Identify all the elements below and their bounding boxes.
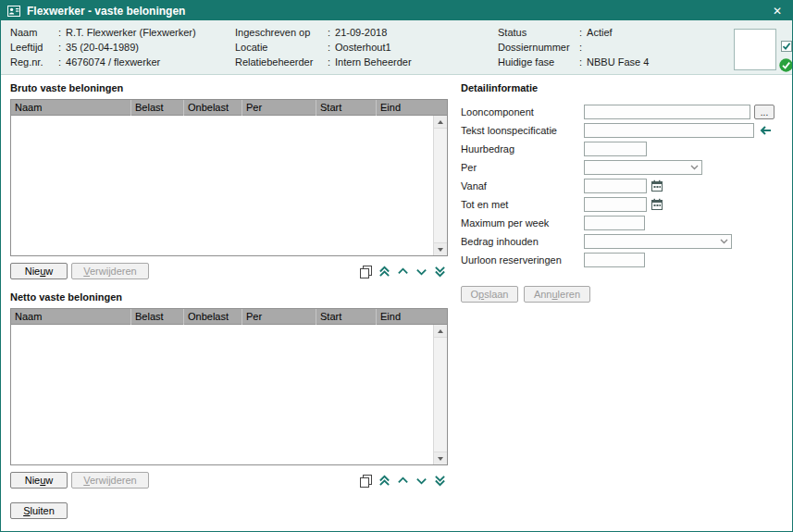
naam-label: Naam bbox=[10, 25, 56, 40]
separator: : bbox=[328, 40, 330, 55]
bruto-nieuw-button[interactable]: Nieuw bbox=[10, 263, 68, 279]
looncomponent-label: Looncomponent bbox=[461, 105, 534, 119]
label-pre: Ann bbox=[534, 289, 552, 300]
huurbedrag-input[interactable] bbox=[584, 142, 647, 156]
column-header-start: Start bbox=[316, 100, 377, 116]
per-select[interactable] bbox=[584, 160, 702, 175]
label-key: S bbox=[23, 505, 30, 516]
leeftijd-label: Leeftijd bbox=[10, 40, 56, 55]
scroll-down-icon bbox=[438, 457, 443, 461]
bruto-table-body[interactable] bbox=[11, 116, 433, 255]
tekst-loonspecificatie-input[interactable] bbox=[584, 123, 754, 138]
check-icon bbox=[782, 42, 791, 51]
label-post: erwijderen bbox=[90, 475, 137, 486]
header-col-person: Naam : R.T. Flexwerker (Flexwerker) Leef… bbox=[10, 25, 196, 69]
label-post: slaan bbox=[484, 289, 508, 300]
tot-en-met-label: Tot en met bbox=[461, 197, 508, 212]
move-top-icon[interactable] bbox=[377, 264, 392, 279]
label-pre: Nie bbox=[25, 266, 41, 277]
bruto-table: Naam Belast Onbelast Per Start Eind bbox=[10, 99, 448, 256]
column-header-belast: Belast bbox=[131, 100, 184, 116]
label-key: V bbox=[83, 475, 90, 486]
opslaan-button[interactable]: Opslaan bbox=[461, 286, 518, 303]
netto-nieuw-button[interactable]: Nieuw bbox=[10, 472, 68, 489]
move-down-icon[interactable] bbox=[414, 264, 429, 279]
move-up-icon[interactable] bbox=[395, 473, 411, 489]
relatiebeheerder-value: Intern Beheerder bbox=[335, 55, 412, 69]
relatiebeheerder-label: Relatiebeheerder bbox=[235, 55, 326, 69]
vanaf-input[interactable] bbox=[584, 179, 647, 193]
move-top-icon[interactable] bbox=[377, 473, 392, 489]
column-header-eind: Eind bbox=[377, 309, 447, 325]
calendar-icon[interactable] bbox=[651, 179, 663, 192]
info-row: Ingeschreven op : 21-09-2018 bbox=[235, 25, 412, 40]
scroll-up-icon bbox=[438, 329, 443, 333]
huurbedrag-label: Huurbedrag bbox=[461, 142, 514, 156]
label-key: V bbox=[83, 266, 90, 277]
separator: : bbox=[328, 25, 330, 40]
netto-vertical-scrollbar[interactable] bbox=[433, 325, 447, 464]
annuleren-button[interactable]: Annuleren bbox=[524, 286, 590, 303]
netto-table: Naam Belast Onbelast Per Start Eind bbox=[10, 308, 448, 465]
column-header-per: Per bbox=[242, 309, 316, 325]
status-ok-icon bbox=[779, 58, 793, 72]
info-row: Naam : R.T. Flexwerker (Flexwerker) bbox=[10, 25, 196, 40]
sluiten-button[interactable]: Sluiten bbox=[10, 502, 68, 519]
huidige-fase-value: NBBU Fase 4 bbox=[587, 55, 649, 69]
insert-left-arrow-icon[interactable] bbox=[758, 125, 772, 136]
title-bar: Flexwerker - vaste beloningen ✕ bbox=[1, 1, 792, 20]
locatie-value: Oosterhout1 bbox=[335, 40, 391, 55]
locatie-label: Locatie bbox=[235, 40, 326, 55]
netto-verwijderen-button[interactable]: Verwijderen bbox=[71, 472, 149, 489]
close-icon[interactable]: ✕ bbox=[769, 4, 786, 19]
bedrag-inhouden-label: Bedrag inhouden bbox=[461, 234, 539, 249]
flexwerker-info-header: Naam : R.T. Flexwerker (Flexwerker) Leef… bbox=[1, 20, 792, 75]
column-header-onbelast: Onbelast bbox=[184, 100, 242, 116]
info-row: Leeftijd : 35 (20-04-1989) bbox=[10, 40, 196, 55]
separator: : bbox=[58, 25, 61, 40]
tot-en-met-input[interactable] bbox=[584, 197, 647, 212]
separator: : bbox=[579, 40, 582, 55]
status-label: Status bbox=[498, 25, 577, 40]
uurloon-reserveringen-label: Uurloon reserveringen bbox=[461, 253, 562, 267]
scroll-up-button[interactable] bbox=[434, 325, 447, 338]
column-header-per: Per bbox=[242, 100, 316, 116]
label-post: w bbox=[45, 475, 53, 486]
ingeschreven-value: 21-09-2018 bbox=[335, 25, 387, 40]
column-header-eind: Eind bbox=[377, 100, 447, 116]
scroll-down-button[interactable] bbox=[434, 452, 447, 464]
info-row: Huidige fase : NBBU Fase 4 bbox=[498, 55, 649, 69]
vanaf-label: Vanaf bbox=[461, 179, 487, 193]
move-bottom-icon[interactable] bbox=[432, 264, 448, 279]
looncomponent-browse-button[interactable]: ... bbox=[754, 105, 774, 119]
netto-table-header-row: Naam Belast Onbelast Per Start Eind bbox=[11, 309, 447, 325]
separator: : bbox=[58, 40, 61, 55]
info-row: Reg.nr. : 4676074 / flexwerker bbox=[10, 55, 196, 69]
looncomponent-input[interactable] bbox=[584, 105, 750, 119]
detail-section-title: Detailinformatie bbox=[461, 82, 538, 93]
window-title: Flexwerker - vaste beloningen bbox=[27, 5, 769, 18]
info-row: Dossiernummer : bbox=[498, 40, 649, 55]
copy-icon[interactable] bbox=[358, 473, 374, 489]
bruto-vertical-scrollbar[interactable] bbox=[433, 116, 447, 255]
move-down-icon[interactable] bbox=[414, 473, 429, 489]
scroll-down-button[interactable] bbox=[434, 242, 447, 255]
bruto-verwijderen-button[interactable]: Verwijderen bbox=[71, 263, 149, 279]
column-header-start: Start bbox=[316, 309, 377, 325]
label-pre: Nie bbox=[25, 475, 41, 486]
copy-icon[interactable] bbox=[358, 264, 374, 279]
move-bottom-icon[interactable] bbox=[432, 473, 448, 489]
maximum-per-week-input[interactable] bbox=[584, 216, 645, 230]
netto-table-body[interactable] bbox=[11, 325, 433, 464]
scroll-up-button[interactable] bbox=[434, 116, 447, 129]
move-up-icon[interactable] bbox=[395, 264, 411, 279]
bruto-order-toolbar bbox=[358, 264, 448, 279]
chevron-down-icon bbox=[720, 239, 728, 244]
regnr-value: 4676074 / flexwerker bbox=[66, 55, 160, 69]
ingeschreven-label: Ingeschreven op bbox=[235, 25, 326, 40]
header-checkbox[interactable] bbox=[781, 41, 792, 52]
uurloon-reserveringen-input[interactable] bbox=[584, 253, 645, 267]
bedrag-inhouden-select[interactable] bbox=[584, 234, 732, 249]
calendar-icon[interactable] bbox=[651, 198, 663, 211]
separator: : bbox=[579, 55, 582, 69]
